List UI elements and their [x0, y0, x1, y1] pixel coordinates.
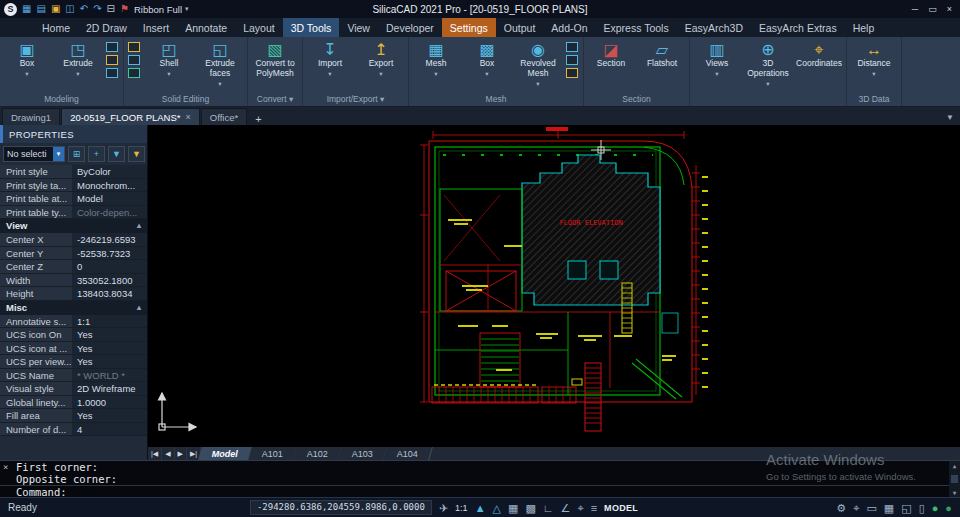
- flag-icon[interactable]: ⚑: [120, 0, 129, 18]
- property-value[interactable]: -246219.6593: [72, 233, 147, 246]
- layout-nav-button-0[interactable]: |◀: [148, 447, 162, 460]
- ribbon-tab-developer[interactable]: Developer: [378, 18, 442, 37]
- close-button[interactable]: ×: [947, 4, 952, 14]
- props-section-misc[interactable]: Misc▴: [0, 301, 147, 315]
- extrude-button[interactable]: ◳Extrude▾: [53, 38, 103, 92]
- new-file-icon[interactable]: ▤: [36, 0, 45, 18]
- ribbon-tab-layout[interactable]: Layout: [235, 18, 283, 37]
- ribbon-group-label[interactable]: Convert ▾: [250, 93, 300, 106]
- app-logo-icon[interactable]: S: [4, 3, 17, 16]
- property-value[interactable]: 1:1: [72, 315, 147, 328]
- box-button[interactable]: ▣Box▾: [2, 38, 52, 92]
- print-icon[interactable]: ⊟: [107, 0, 115, 18]
- convert-to-polymesh-button[interactable]: ▧Convert to PolyMesh: [250, 38, 300, 92]
- ribbon-tab-view[interactable]: View: [339, 18, 378, 37]
- layout-tab-a102[interactable]: A102: [293, 447, 343, 460]
- mesh-box-button[interactable]: ▩Box▾: [462, 38, 512, 92]
- property-value[interactable]: Monochrom...: [72, 179, 147, 192]
- small-tool-icon[interactable]: [566, 55, 578, 65]
- status-ok-icon[interactable]: ●: [932, 499, 939, 517]
- document-tab-office[interactable]: Office*: [201, 108, 247, 125]
- export-button[interactable]: ↥Export▾: [356, 38, 406, 92]
- command-line-panel[interactable]: × First corner: Opposite corner: Command…: [0, 460, 960, 497]
- property-value[interactable]: Yes: [72, 409, 147, 422]
- scrollbar-thumb[interactable]: [951, 475, 958, 483]
- scroll-down-icon[interactable]: ▼: [953, 489, 957, 496]
- layout-tab-a103[interactable]: A103: [338, 447, 388, 460]
- add-selection-icon[interactable]: +: [88, 146, 105, 162]
- snap-icon[interactable]: ▩: [525, 499, 535, 517]
- selection-filter-dropdown[interactable]: No selecti ▾: [3, 146, 65, 162]
- section-button[interactable]: ◪Section: [586, 38, 636, 92]
- quick-select-icon[interactable]: ▼: [108, 146, 125, 162]
- ribbon-tab-2d-draw[interactable]: 2D Draw: [78, 18, 135, 37]
- small-tool-icon[interactable]: [566, 42, 578, 52]
- plane-icon[interactable]: ✈: [439, 499, 448, 517]
- command-input[interactable]: Command:: [0, 485, 960, 497]
- ribbon-tab-express-tools[interactable]: Express Tools: [596, 18, 677, 37]
- crosshair-icon[interactable]: ⌖: [853, 499, 859, 517]
- annotation-scale-label[interactable]: 1:1: [455, 499, 468, 517]
- close-icon[interactable]: ×: [3, 462, 8, 472]
- small-tool-icon[interactable]: [128, 42, 140, 52]
- close-tab-icon[interactable]: ×: [186, 112, 191, 122]
- collapse-icon[interactable]: ▴: [137, 301, 141, 315]
- ribbon-tab-3d-tools[interactable]: 3D Tools: [283, 18, 340, 37]
- properties-panel-header[interactable]: PROPERTIES: [0, 125, 147, 143]
- property-value[interactable]: * WORLD *: [72, 369, 147, 382]
- 3d-operations-button[interactable]: ⊕3D Operations▾: [743, 38, 793, 92]
- revolved-mesh-button[interactable]: ◉Revolved Mesh▾: [513, 38, 563, 92]
- command-scrollbar[interactable]: ▲ ▼: [949, 461, 960, 497]
- undo-icon[interactable]: ↶: [80, 0, 88, 18]
- layout-tab-a104[interactable]: A104: [383, 447, 433, 460]
- floor-plan-drawing[interactable]: FLOOR ELEVATION: [148, 125, 960, 447]
- new-tab-button[interactable]: +: [248, 113, 268, 125]
- filter-icon[interactable]: ▼: [128, 146, 145, 162]
- small-tool-icon[interactable]: [128, 55, 140, 65]
- ribbon-group-label[interactable]: Import/Export ▾: [305, 93, 406, 106]
- ribbon-tab-output[interactable]: Output: [496, 18, 544, 37]
- shell-button[interactable]: ◰Shell▾: [144, 38, 194, 92]
- osnap-icon[interactable]: ⌖: [577, 499, 583, 517]
- save-icon[interactable]: ◫: [65, 0, 74, 18]
- ribbon-tab-settings[interactable]: Settings: [442, 18, 496, 37]
- hardware-grid-icon[interactable]: ▦: [884, 499, 894, 517]
- coordinates-button[interactable]: ⌖Coordinates: [794, 38, 844, 92]
- property-value[interactable]: Color-depen...: [72, 206, 147, 219]
- ribbon-mode-dropdown[interactable]: Ribbon Full ▾: [134, 4, 189, 15]
- property-value[interactable]: 0: [72, 260, 147, 273]
- document-tab-20-0519-floor-plans[interactable]: 20-0519_FLOOR PLANS*×: [61, 108, 200, 125]
- ribbon-tab-easyarch3d[interactable]: EasyArch3D: [677, 18, 751, 37]
- props-section-view[interactable]: View▴: [0, 219, 147, 233]
- drawing-canvas[interactable]: FLOOR ELEVATION: [148, 125, 960, 447]
- layout-nav-button-2[interactable]: ▶: [175, 447, 187, 460]
- views-button[interactable]: ▥Views▾: [692, 38, 742, 92]
- document-tab-drawing1[interactable]: Drawing1: [2, 108, 60, 125]
- small-tool-icon[interactable]: [566, 68, 578, 78]
- property-value[interactable]: 1.0000: [72, 396, 147, 409]
- ribbon-tab-easyarch-extras[interactable]: EasyArch Extras: [751, 18, 845, 37]
- menu-grid-icon[interactable]: ▦: [22, 0, 31, 18]
- layout-nav-button-1[interactable]: ◀: [162, 447, 174, 460]
- property-value[interactable]: Yes: [72, 328, 147, 341]
- mesh-button[interactable]: ▦Mesh▾: [411, 38, 461, 92]
- small-tool-icon[interactable]: [106, 42, 118, 52]
- ribbon-tab-home[interactable]: Home: [34, 18, 78, 37]
- coordinate-readout[interactable]: -294280.6386,204559.8986,0.0000: [250, 500, 432, 515]
- tab-scroll-button[interactable]: ▼: [946, 113, 960, 125]
- redo-icon[interactable]: ↷: [93, 0, 101, 18]
- display-icon[interactable]: ▭: [866, 499, 876, 517]
- property-value[interactable]: -52538.7323: [72, 247, 147, 260]
- gear-icon[interactable]: ⚙: [836, 499, 846, 517]
- polar-icon[interactable]: ∠: [561, 499, 571, 517]
- lineweight-icon[interactable]: ≡: [591, 499, 597, 517]
- open-folder-icon[interactable]: ▣: [51, 0, 60, 18]
- annotation-icon[interactable]: ▲: [475, 499, 486, 517]
- select-objects-icon[interactable]: ⊞: [68, 146, 85, 162]
- property-value[interactable]: Yes: [72, 355, 147, 368]
- battery-icon[interactable]: ▯: [919, 499, 925, 517]
- ribbon-tab-add-on[interactable]: Add-On: [543, 18, 595, 37]
- grid-icon[interactable]: ▦: [508, 499, 518, 517]
- minimize-button[interactable]: ─: [912, 4, 918, 14]
- ortho-icon[interactable]: ∟: [543, 499, 554, 517]
